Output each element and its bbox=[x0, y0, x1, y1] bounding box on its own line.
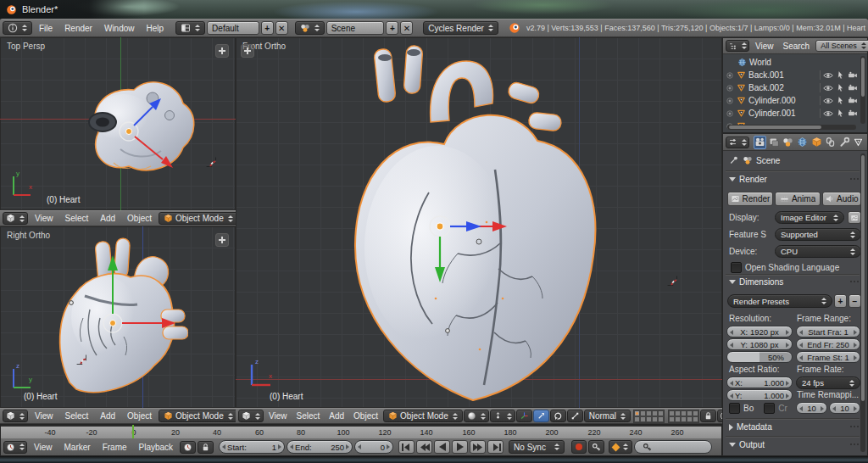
screen-layout-icon-button[interactable] bbox=[175, 21, 205, 35]
border-checkbox[interactable] bbox=[729, 403, 740, 414]
panel-grip[interactable] bbox=[849, 443, 861, 447]
menu-window[interactable]: Window bbox=[99, 24, 140, 33]
screen-layout-delete-button[interactable]: ✕ bbox=[275, 21, 288, 35]
menu-object[interactable]: Object bbox=[349, 411, 382, 421]
sync-mode-select[interactable]: No Sync bbox=[509, 440, 565, 454]
tab-object[interactable] bbox=[810, 136, 823, 149]
auto-keyframe-record-button[interactable] bbox=[571, 440, 587, 454]
aspect-x-field[interactable]: X:1.000 bbox=[726, 377, 793, 388]
render-presets-select[interactable]: Render Presets bbox=[727, 294, 832, 308]
expand-icon[interactable] bbox=[726, 97, 734, 105]
panel-grip[interactable] bbox=[849, 280, 861, 284]
active-keying-set-field[interactable] bbox=[634, 440, 712, 454]
outliner-vertical-scrollbar[interactable] bbox=[860, 56, 865, 124]
scene-icon-button[interactable] bbox=[295, 21, 325, 35]
device-select[interactable]: CPU bbox=[775, 245, 861, 258]
tab-modifiers[interactable] bbox=[838, 136, 851, 149]
visibility-eye-icon[interactable] bbox=[823, 109, 833, 119]
editor-type-outliner-button[interactable] bbox=[726, 40, 749, 52]
editor-type-timeline-button[interactable] bbox=[3, 441, 27, 454]
region-expand-button[interactable] bbox=[215, 233, 229, 247]
expand-icon[interactable] bbox=[726, 84, 734, 92]
feature-set-select[interactable]: Supported bbox=[775, 228, 861, 241]
pin-icon[interactable] bbox=[729, 155, 739, 165]
menu-view[interactable]: View bbox=[264, 411, 292, 421]
title-bar[interactable]: Blender* bbox=[0, 0, 868, 19]
expand-icon[interactable] bbox=[726, 71, 734, 80]
viewport-right-ortho[interactable]: z y Right Ortho (0) Heart bbox=[0, 226, 236, 408]
play-button[interactable] bbox=[452, 440, 468, 454]
region-expand-button[interactable] bbox=[215, 44, 229, 58]
output-section-header[interactable]: Output bbox=[729, 440, 861, 449]
timeline-menu-frame[interactable]: Frame bbox=[97, 443, 132, 452]
manipulator-toggle-button[interactable] bbox=[516, 410, 532, 422]
menu-view[interactable]: View bbox=[30, 411, 58, 421]
layers-grid[interactable] bbox=[633, 410, 699, 423]
tab-render-layers[interactable] bbox=[768, 136, 781, 149]
timeline-menu-view[interactable]: View bbox=[29, 443, 58, 452]
menu-file[interactable]: File bbox=[34, 24, 58, 33]
mode-select[interactable]: Object Mode bbox=[159, 410, 238, 422]
panel-grip[interactable] bbox=[849, 425, 861, 429]
selectability-cursor-icon[interactable] bbox=[836, 83, 845, 92]
remap-old-field[interactable]: 10 bbox=[796, 402, 827, 414]
expand-icon[interactable] bbox=[726, 109, 734, 118]
renderability-camera-icon[interactable] bbox=[848, 96, 858, 106]
selectability-cursor-icon[interactable] bbox=[836, 70, 845, 80]
current-frame-field[interactable]: 0 bbox=[354, 440, 393, 454]
panel-grip[interactable] bbox=[849, 177, 861, 181]
viewport-shading-select[interactable] bbox=[464, 410, 489, 422]
osl-checkbox[interactable] bbox=[731, 262, 742, 273]
auto-keyframe-mode-button[interactable] bbox=[588, 440, 604, 454]
outliner-item-cylinder000[interactable]: Cylinder.000 bbox=[726, 94, 858, 107]
lock-to-scene-button[interactable] bbox=[700, 410, 716, 422]
mode-select[interactable]: Object Mode bbox=[159, 212, 238, 225]
remap-new-field[interactable]: 10 bbox=[829, 402, 860, 414]
menu-select[interactable]: Select bbox=[60, 214, 94, 223]
editor-type-3dview-button[interactable] bbox=[3, 212, 28, 225]
preset-remove-button[interactable]: − bbox=[849, 294, 861, 308]
preview-range-clock-button[interactable] bbox=[180, 441, 196, 454]
region-expand-button[interactable] bbox=[241, 44, 254, 58]
frame-end-field[interactable]: End:250 bbox=[287, 440, 353, 454]
menu-object[interactable]: Object bbox=[122, 214, 157, 223]
jump-prev-keyframe-button[interactable] bbox=[416, 440, 432, 454]
renderability-camera-icon[interactable] bbox=[848, 109, 858, 119]
render-section-header[interactable]: Render bbox=[729, 175, 861, 184]
preset-add-button[interactable]: + bbox=[834, 294, 847, 308]
render-audio-button[interactable]: Audio bbox=[822, 192, 861, 206]
resolution-scale-slider[interactable]: 50% bbox=[726, 351, 793, 363]
manipulator-scale-button[interactable] bbox=[567, 410, 583, 422]
timeline-menu-playback[interactable]: Playback bbox=[134, 443, 179, 452]
menu-add[interactable]: Add bbox=[95, 411, 120, 421]
timeline-menu-marker[interactable]: Marker bbox=[59, 443, 96, 452]
editor-type-3dview-button[interactable] bbox=[238, 410, 264, 422]
viewport-front-ortho[interactable]: z x Front Ortho (0) Heart bbox=[236, 37, 722, 408]
crop-checkbox[interactable] bbox=[764, 403, 775, 414]
outliner-horizontal-scrollbar[interactable] bbox=[727, 125, 856, 130]
visibility-eye-icon[interactable] bbox=[823, 70, 833, 81]
keying-set-select[interactable] bbox=[609, 440, 632, 454]
frame-start-field[interactable]: Start Fra: 1 bbox=[796, 326, 860, 337]
tab-scene[interactable] bbox=[782, 136, 795, 149]
viewport-top-persp[interactable]: y x Top Persp (0) Heart bbox=[0, 37, 236, 210]
menu-help[interactable]: Help bbox=[142, 24, 170, 33]
dimensions-section-header[interactable]: Dimensions bbox=[729, 277, 861, 287]
mode-select[interactable]: Object Mode bbox=[383, 410, 463, 422]
outliner-item-back002[interactable]: Back.002 bbox=[726, 81, 858, 94]
menu-add[interactable]: Add bbox=[325, 411, 348, 421]
jump-to-end-button[interactable] bbox=[487, 440, 504, 454]
jump-next-keyframe-button[interactable] bbox=[470, 440, 486, 454]
menu-view[interactable]: View bbox=[30, 214, 58, 223]
visibility-eye-icon[interactable] bbox=[823, 96, 833, 106]
menu-select[interactable]: Select bbox=[292, 411, 325, 421]
tab-world[interactable] bbox=[796, 136, 809, 149]
menu-render[interactable]: Render bbox=[59, 24, 97, 33]
layer-cell-active[interactable] bbox=[634, 410, 640, 416]
manipulator-translate-button[interactable] bbox=[533, 410, 549, 422]
pivot-point-select[interactable] bbox=[490, 410, 515, 422]
current-frame-playhead[interactable] bbox=[132, 425, 134, 438]
menu-object[interactable]: Object bbox=[122, 411, 157, 421]
outliner-item-cylinder001[interactable]: Cylinder.001 bbox=[726, 107, 858, 120]
render-still-button[interactable]: Render bbox=[727, 192, 773, 206]
